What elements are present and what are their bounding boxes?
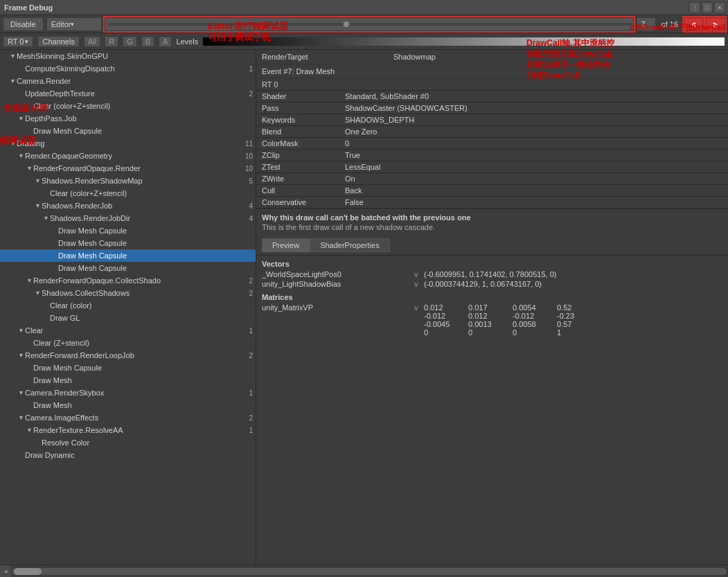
tree-item-draw-dynamic[interactable]: Draw Dynamic (0, 449, 256, 461)
prop-value: True (339, 150, 728, 161)
tree-count-compute-skinning: 1 (249, 65, 253, 73)
tree-item-draw-gl[interactable]: Draw GL (0, 312, 256, 324)
shader-tabs-row: Preview ShaderProperties (256, 236, 728, 256)
expand-arrow-shadows-render-job: ▼ (35, 202, 42, 209)
tree-item-clear-color-z[interactable]: Clear (color+Z+stencil) (0, 100, 256, 112)
shader-row-matrixvp: unity_MatrixVP v 0.0120.0170.00540.52 -0… (262, 303, 722, 337)
prop-key: ZClip (256, 150, 339, 161)
tree-label-draw-mesh-capsule-1: Draw Mesh Capsule (33, 127, 102, 135)
tree-item-update-depth[interactable]: UpdateDepthTexture2 (0, 87, 256, 100)
prop-row-colormask: ColorMask0 (256, 138, 728, 150)
tree-item-drawing[interactable]: ▼ Drawing11 (0, 137, 256, 150)
tree-item-clear-color[interactable]: Clear (color) (0, 299, 256, 312)
prop-value: LessEqual (339, 161, 728, 173)
a-channel-button[interactable]: A (159, 36, 172, 47)
tree-label-depth-pass: DepthPass.Job (25, 114, 77, 123)
prop-key: Keywords (256, 114, 339, 126)
event-title-row: Event #7: Draw Mesh (256, 64, 728, 79)
main-toolbar: Disable Editor 7 of 16 ◄ ► (0, 15, 728, 33)
tree-label-shadows-collect: Shadows.CollectShadows (42, 289, 130, 297)
tree-item-shadows-render-job-dir[interactable]: ▼ Shadows.RenderJobDir4 (0, 212, 256, 224)
tree-item-render-opaque[interactable]: ▼ Render.OpaqueGeometry10 (0, 150, 256, 162)
b-channel-button[interactable]: B (141, 36, 154, 47)
prop-key: ColorMask (256, 138, 339, 150)
tree-item-draw-mesh-capsule-4[interactable]: Draw Mesh Capsule (0, 262, 256, 274)
all-channel-button[interactable]: All (84, 36, 100, 47)
tree-count-shadows-render-shadow-map: 5 (249, 177, 253, 185)
scroll-left-button[interactable]: ◄ (0, 565, 11, 578)
tree-item-render-forward[interactable]: ▼ RenderForwardOpaque.Render10 (0, 162, 256, 175)
tree-item-camera-render[interactable]: ▼ Camera.Render (0, 75, 256, 87)
rt-dropdown[interactable]: RT 0 (3, 36, 33, 47)
tree-item-clear[interactable]: ▼ Clear1 (0, 324, 256, 337)
prop-row-blend: BlendOne Zero (256, 126, 728, 138)
tree-item-camera-image-effects[interactable]: ▼ Camera.ImageEffects2 (0, 411, 256, 424)
tree-item-render-forward-collect[interactable]: ▼ RenderForwardOpaque.CollectShado2 (0, 274, 256, 287)
tree-item-draw-mesh[interactable]: Draw Mesh (0, 374, 256, 387)
prop-key: RT 0 (256, 79, 339, 91)
disable-button[interactable]: Disable (3, 17, 44, 31)
tree-item-mesh-skinning[interactable]: ▼ MeshSkinning.SkinOnGPU (0, 50, 256, 62)
prop-key: Cull (256, 185, 339, 197)
tree-item-render-texture-resolve[interactable]: ▼ RenderTexture.ResolveAA1 (0, 424, 256, 436)
slider-thumb[interactable] (343, 21, 350, 28)
tree-item-shadows-render-job[interactable]: ▼ Shadows.RenderJob4 (0, 199, 256, 212)
r-channel-button[interactable]: R (105, 36, 118, 47)
properties-table: RT 0ShaderStandard, SubShader #0PassShad… (256, 79, 728, 208)
tree-count-shadows-collect: 2 (249, 290, 253, 297)
prop-key: ZWrite (256, 173, 339, 185)
warning-box: Why this draw call can't be batched with… (256, 208, 728, 236)
tree-item-draw-mesh-capsule-5[interactable]: Draw Mesh Capsule (0, 362, 256, 374)
window-controls: ⋮ □ × (689, 2, 725, 13)
prop-row-pass: PassShadowCaster (SHADOWCASTER) (256, 103, 728, 114)
tree-item-draw-mesh-2[interactable]: Draw Mesh (0, 399, 256, 411)
tab-preview[interactable]: Preview (262, 238, 310, 252)
levels-bar (202, 37, 725, 46)
lightshadow-name: unity_LightShadowBias (262, 280, 414, 288)
tab-shader-properties[interactable]: ShaderProperties (310, 238, 390, 252)
g-channel-button[interactable]: G (123, 36, 137, 47)
minimize-button[interactable]: □ (702, 2, 713, 13)
next-drawcall-button[interactable]: ► (706, 17, 725, 31)
tree-label-update-depth: UpdateDepthTexture (25, 89, 95, 98)
tree-label-draw-mesh-capsule-3: Draw Mesh Capsule (58, 239, 127, 247)
tree-item-render-forward-loop[interactable]: ▼ RenderForward.RenderLoopJob2 (0, 349, 256, 362)
tree-item-shadows-collect[interactable]: ▼ Shadows.CollectShadows2 (0, 287, 256, 299)
tree-item-depth-pass[interactable]: ▼ DepthPass.Job (0, 112, 256, 125)
prop-value: SHADOWS_DEPTH (339, 114, 728, 126)
prev-drawcall-button[interactable]: ◄ (684, 17, 703, 31)
tree-item-draw-mesh-capsule-3[interactable]: Draw Mesh Capsule (0, 237, 256, 249)
scroll-track[interactable] (12, 568, 727, 575)
scroll-thumb[interactable] (14, 568, 42, 575)
prop-row-keywords: KeywordsSHADOWS_DEPTH (256, 114, 728, 126)
tree-item-draw-mesh-capsule-1[interactable]: Draw Mesh Capsule (0, 125, 256, 137)
editor-dropdown[interactable]: Editor (46, 17, 102, 31)
tree-item-draw-mesh-capsule-2[interactable]: Draw Mesh Capsule (0, 224, 256, 237)
tree-label-render-forward: RenderForwardOpaque.Render (33, 164, 141, 172)
tree-item-clear-color-z-stencil[interactable]: Clear (color+Z+stencil) (0, 187, 256, 199)
vectors-header: Vectors (262, 258, 722, 269)
tree-label-draw-mesh-capsule-2: Draw Mesh Capsule (58, 227, 127, 235)
frame-tree-panel: ▼ MeshSkinning.SkinOnGPU ComputeSkinning… (0, 50, 256, 565)
tree-item-clear-z-stencil[interactable]: Clear (Z+stencil) (0, 337, 256, 349)
slider-current-value[interactable]: 7 (637, 17, 656, 31)
tree-item-camera-render-skybox[interactable]: ▼ Camera.RenderSkybox1 (0, 387, 256, 399)
tree-item-compute-skinning[interactable]: ComputeSkinningDispatch1 (0, 62, 256, 75)
prop-value: On (339, 173, 728, 185)
prop-key: Conservative (256, 197, 339, 208)
tree-item-resolve-color[interactable]: Resolve Color (0, 436, 256, 449)
menu-button[interactable]: ⋮ (689, 2, 700, 13)
tree-label-clear-color-z-stencil: Clear (color+Z+stencil) (50, 189, 127, 197)
tree-item-draw-mesh-capsule-selected[interactable]: Draw Mesh Capsule (0, 249, 256, 262)
tree-item-shadows-render-shadow-map[interactable]: ▼ Shadows.RenderShadowMap5 (0, 175, 256, 187)
tree-count-camera-render-skybox: 1 (249, 389, 253, 397)
expand-arrow-camera-image-effects: ▼ (18, 414, 25, 421)
close-button[interactable]: × (714, 2, 725, 13)
prop-row-cull: CullBack (256, 185, 728, 197)
tree-label-draw-gl: Draw GL (50, 314, 80, 322)
title-bar: Frame Debug ⋮ □ × (0, 0, 728, 15)
drawcall-slider-container[interactable] (105, 17, 634, 31)
expand-arrow-render-forward: ▼ (26, 165, 33, 172)
right-panel: RenderTarget Shadowmap Event #7: Draw Me… (256, 50, 728, 565)
expand-arrow-shadows-render-job-dir: ▼ (43, 215, 50, 222)
